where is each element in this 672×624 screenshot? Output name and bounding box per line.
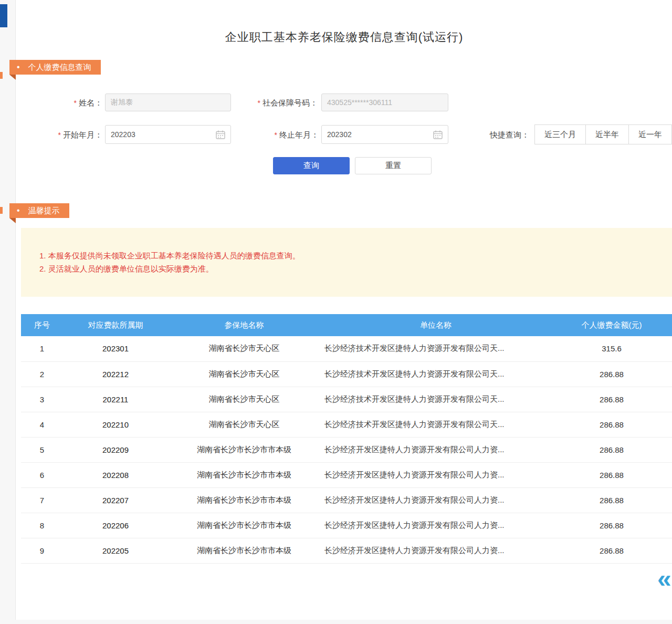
table-cell: 湖南省长沙市长沙市市本级 (168, 538, 320, 563)
table-header-cell: 个人缴费金额(元) (551, 314, 672, 336)
required-asterisk: * (74, 99, 77, 107)
name-field[interactable] (105, 93, 231, 111)
table-header-cell: 参保地名称 (168, 314, 320, 336)
start-month-label: *开始年月： (45, 130, 102, 140)
calendar-icon[interactable] (216, 130, 225, 139)
table-cell: 长沙经济开发区捷特人力资源开发有限公司人力资... (320, 487, 551, 513)
page-left-gutter (0, 0, 15, 624)
bullet-icon: • (17, 63, 20, 71)
quick-btn-halfyear[interactable]: 近半年 (585, 124, 629, 144)
table-cell: 长沙经济开发区捷特人力资源开发有限公司人力资... (320, 462, 551, 487)
ssn-label: *社会保障号码： (239, 98, 318, 108)
table-row: 7202207湖南省长沙市长沙市市本级长沙经济开发区捷特人力资源开发有限公司人力… (21, 487, 672, 513)
section-badge-label: 温馨提示 (28, 206, 60, 216)
calendar-icon[interactable] (433, 130, 443, 139)
table-row: 1202301湖南省长沙市天心区长沙经济技术开发区捷特人力资源开发有限公司天..… (21, 336, 672, 361)
table-cell: 长沙经济开发区捷特人力资源开发有限公司人力资... (320, 513, 551, 538)
table-cell: 湖南省长沙市天心区 (168, 412, 320, 437)
table-cell: 286.88 (551, 361, 672, 387)
table-row: 3202211湖南省长沙市天心区长沙经济技术开发区捷特人力资源开发有限公司天..… (21, 387, 672, 412)
end-month-input[interactable] (327, 130, 433, 139)
section-badge-personal-query: • 个人缴费信息查询 (9, 60, 101, 75)
table-row: 4202210湖南省长沙市天心区长沙经济技术开发区捷特人力资源开发有限公司天..… (21, 412, 672, 437)
table-row: 5202209湖南省长沙市长沙市市本级长沙经济开发区捷特人力资源开发有限公司人力… (21, 437, 672, 462)
required-asterisk: * (58, 131, 61, 139)
table-cell: 长沙经济技术开发区捷特人力资源开发有限公司天... (320, 361, 551, 387)
table-cell: 202301 (63, 336, 168, 361)
sidebar-stub[interactable] (0, 4, 7, 27)
table-row: 9202205湖南省长沙市长沙市市本级长沙经济开发区捷特人力资源开发有限公司人力… (21, 538, 672, 563)
table-header-cell: 序号 (21, 314, 63, 336)
table-cell: 202212 (63, 361, 168, 387)
table-cell: 286.88 (551, 538, 672, 563)
table-cell: 286.88 (551, 412, 672, 437)
table-cell: 长沙经济技术开发区捷特人力资源开发有限公司天... (320, 412, 551, 437)
end-month-label: *终止年月： (261, 130, 319, 140)
table-cell: 湖南省长沙市长沙市市本级 (168, 487, 320, 513)
table-cell: 286.88 (551, 487, 672, 513)
table-cell: 湖南省长沙市天心区 (168, 336, 320, 361)
quick-btn-3months[interactable]: 近三个月 (534, 124, 586, 144)
table-cell: 湖南省长沙市长沙市市本级 (168, 513, 320, 538)
table-cell: 1 (21, 336, 63, 361)
start-month-input[interactable] (111, 130, 216, 139)
page-title: 企业职工基本养老保险缴费信息查询(试运行) (16, 29, 672, 45)
quick-btn-1year[interactable]: 近一年 (628, 124, 672, 144)
table-cell: 5 (21, 437, 63, 462)
table-cell: 3 (21, 387, 63, 412)
table-cell: 315.6 (551, 336, 672, 361)
page: 企业职工基本养老保险缴费信息查询(试运行) • 个人缴费信息查询 *姓名： *社… (0, 0, 672, 624)
table-cell: 9 (21, 538, 63, 563)
table-cell: 长沙经济技术开发区捷特人力资源开发有限公司天... (320, 336, 551, 361)
notice-line: 2. 灵活就业人员的缴费单位信息以实际缴费为准。 (39, 262, 672, 275)
required-asterisk: * (275, 131, 277, 139)
table-row: 6202208湖南省长沙市长沙市市本级长沙经济开发区捷特人力资源开发有限公司人力… (21, 462, 672, 487)
section-badge-label: 个人缴费信息查询 (28, 63, 91, 72)
table-cell: 湖南省长沙市长沙市市本级 (168, 462, 320, 487)
table-cell: 202205 (63, 538, 168, 563)
table-cell: 286.88 (551, 513, 672, 538)
clipped-badge-fragment (0, 207, 3, 214)
notice-box: 1. 本服务仅提供尚未领取企业职工基本养老保险待遇人员的缴费信息查询。 2. 灵… (21, 228, 672, 297)
name-label: *姓名： (47, 98, 102, 108)
end-month-picker[interactable] (321, 125, 448, 144)
table-cell: 286.88 (551, 387, 672, 412)
table-cell: 202207 (63, 487, 168, 513)
quick-query-group: 近三个月 近半年 近一年 (534, 124, 672, 144)
reset-button[interactable]: 重置 (355, 157, 432, 174)
table-cell: 202210 (63, 412, 168, 437)
table-cell: 286.88 (551, 462, 672, 487)
table-cell: 湖南省长沙市天心区 (168, 387, 320, 412)
table-cell: 湖南省长沙市天心区 (168, 361, 320, 387)
table-header-cell: 对应费款所属期 (63, 314, 168, 336)
required-asterisk: * (258, 99, 260, 107)
table-row: 2202212湖南省长沙市天心区长沙经济技术开发区捷特人力资源开发有限公司天..… (21, 361, 672, 387)
table-cell: 2 (21, 361, 63, 387)
table-header-cell: 单位名称 (320, 314, 551, 336)
start-month-picker[interactable] (105, 125, 231, 144)
table-cell: 202206 (63, 513, 168, 538)
table-cell: 6 (21, 462, 63, 487)
table-cell: 8 (21, 513, 63, 538)
table-cell: 长沙经济开发区捷特人力资源开发有限公司人力资... (320, 437, 551, 462)
table-cell: 202211 (63, 387, 168, 412)
table-cell: 202209 (63, 437, 168, 462)
clipped-badge-fragment (0, 72, 3, 79)
payment-table-body: 1202301湖南省长沙市天心区长沙经济技术开发区捷特人力资源开发有限公司天..… (21, 336, 672, 563)
payment-table: 序号对应费款所属期参保地名称单位名称个人缴费金额(元) 1202301湖南省长沙… (21, 314, 672, 564)
collapse-chevron-icon[interactable]: « (657, 566, 671, 591)
bullet-icon: • (17, 206, 20, 215)
table-cell: 202208 (63, 462, 168, 487)
ssn-field[interactable] (321, 93, 448, 111)
query-button[interactable]: 查询 (273, 157, 350, 174)
table-cell: 长沙经济技术开发区捷特人力资源开发有限公司天... (320, 387, 551, 412)
table-cell: 湖南省长沙市长沙市市本级 (168, 437, 320, 462)
notice-line: 1. 本服务仅提供尚未领取企业职工基本养老保险待遇人员的缴费信息查询。 (39, 249, 672, 262)
table-cell: 4 (21, 412, 63, 437)
section-badge-tips: • 温馨提示 (9, 203, 69, 218)
table-header-row: 序号对应费款所属期参保地名称单位名称个人缴费金额(元) (21, 314, 672, 336)
quick-query-label: 快捷查询： (490, 130, 529, 140)
table-cell: 286.88 (551, 437, 672, 462)
table-row: 8202206湖南省长沙市长沙市市本级长沙经济开发区捷特人力资源开发有限公司人力… (21, 513, 672, 538)
table-cell: 7 (21, 487, 63, 513)
